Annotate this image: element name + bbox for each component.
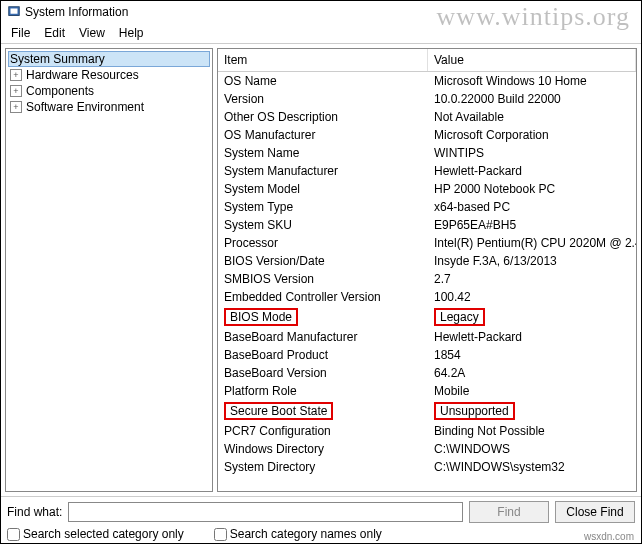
tree-system-summary[interactable]: System Summary	[8, 51, 210, 67]
item-cell: PCR7 Configuration	[224, 424, 331, 438]
menu-help[interactable]: Help	[113, 25, 150, 41]
value-cell: Insyde F.3A, 6/13/2013	[434, 254, 557, 268]
find-bar: Find what: Find Close Find Search select…	[1, 496, 641, 543]
table-row[interactable]: SMBIOS Version2.7	[218, 270, 636, 288]
item-cell: Other OS Description	[224, 110, 338, 124]
expand-icon[interactable]: +	[10, 85, 22, 97]
value-cell: Hewlett-Packard	[434, 330, 522, 344]
value-cell: 64.2A	[434, 366, 465, 380]
tree-software-environment[interactable]: + Software Environment	[8, 99, 210, 115]
menu-file[interactable]: File	[5, 25, 36, 41]
check-search-selected[interactable]: Search selected category only	[7, 527, 184, 541]
value-cell: x64-based PC	[434, 200, 510, 214]
table-row[interactable]: BIOS Version/DateInsyde F.3A, 6/13/2013	[218, 252, 636, 270]
window-title: System Information	[25, 5, 128, 19]
tree-label: Software Environment	[26, 100, 144, 114]
find-input[interactable]	[68, 502, 463, 522]
close-find-button[interactable]: Close Find	[555, 501, 635, 523]
svg-rect-1	[11, 9, 18, 14]
value-cell: Unsupported	[434, 402, 515, 420]
value-cell: Legacy	[434, 308, 485, 326]
system-information-window: System Information www.wintips.org File …	[0, 0, 642, 544]
column-headers: Item Value	[218, 49, 636, 72]
checkbox-selected-category[interactable]	[7, 528, 20, 541]
value-cell: 100.42	[434, 290, 471, 304]
content-area: System Summary + Hardware Resources + Co…	[1, 43, 641, 496]
item-cell: SMBIOS Version	[224, 272, 314, 286]
item-cell: BaseBoard Product	[224, 348, 328, 362]
value-cell: 10.0.22000 Build 22000	[434, 92, 561, 106]
menu-edit[interactable]: Edit	[38, 25, 71, 41]
item-cell: System SKU	[224, 218, 292, 232]
value-cell: WINTIPS	[434, 146, 484, 160]
value-cell: C:\WINDOWS	[434, 442, 510, 456]
table-row[interactable]: BaseBoard ManufacturerHewlett-Packard	[218, 328, 636, 346]
table-row[interactable]: Secure Boot StateUnsupported	[218, 400, 636, 422]
value-cell: E9P65EA#BH5	[434, 218, 516, 232]
table-row[interactable]: PCR7 ConfigurationBinding Not Possible	[218, 422, 636, 440]
table-row[interactable]: System ModelHP 2000 Notebook PC	[218, 180, 636, 198]
value-cell: 2.7	[434, 272, 451, 286]
item-cell: BIOS Version/Date	[224, 254, 325, 268]
table-row[interactable]: Embedded Controller Version100.42	[218, 288, 636, 306]
item-cell: Processor	[224, 236, 278, 250]
table-row[interactable]: Version10.0.22000 Build 22000	[218, 90, 636, 108]
table-row[interactable]: BIOS ModeLegacy	[218, 306, 636, 328]
value-cell: Not Available	[434, 110, 504, 124]
value-cell: Intel(R) Pentium(R) CPU 2020M @ 2.40GHz,…	[434, 236, 636, 250]
details-panel: Item Value OS NameMicrosoft Windows 10 H…	[217, 48, 637, 492]
menu-view[interactable]: View	[73, 25, 111, 41]
table-row[interactable]: Platform RoleMobile	[218, 382, 636, 400]
item-cell: System Type	[224, 200, 293, 214]
tree-components[interactable]: + Components	[8, 83, 210, 99]
table-row[interactable]: System DirectoryC:\WINDOWS\system32	[218, 458, 636, 476]
tree-label: System Summary	[10, 52, 105, 66]
details-list[interactable]: OS NameMicrosoft Windows 10 HomeVersion1…	[218, 72, 636, 491]
value-cell: 1854	[434, 348, 461, 362]
table-row[interactable]: OS ManufacturerMicrosoft Corporation	[218, 126, 636, 144]
table-row[interactable]: System Typex64-based PC	[218, 198, 636, 216]
table-row[interactable]: BaseBoard Product1854	[218, 346, 636, 364]
value-cell: Binding Not Possible	[434, 424, 545, 438]
item-cell: OS Name	[224, 74, 277, 88]
table-row[interactable]: Windows DirectoryC:\WINDOWS	[218, 440, 636, 458]
menubar: File Edit View Help	[1, 23, 641, 43]
tree-label: Hardware Resources	[26, 68, 139, 82]
item-cell: Secure Boot State	[224, 402, 333, 420]
app-icon	[7, 5, 21, 19]
value-cell: C:\WINDOWS\system32	[434, 460, 565, 474]
value-cell: Microsoft Corporation	[434, 128, 549, 142]
table-row[interactable]: BaseBoard Version64.2A	[218, 364, 636, 382]
expand-icon[interactable]: +	[10, 101, 22, 113]
check-search-names[interactable]: Search category names only	[214, 527, 382, 541]
checkbox-category-names[interactable]	[214, 528, 227, 541]
table-row[interactable]: Other OS DescriptionNot Available	[218, 108, 636, 126]
item-cell: Windows Directory	[224, 442, 324, 456]
tree-hardware-resources[interactable]: + Hardware Resources	[8, 67, 210, 83]
find-button[interactable]: Find	[469, 501, 549, 523]
category-tree[interactable]: System Summary + Hardware Resources + Co…	[5, 48, 213, 492]
item-cell: Embedded Controller Version	[224, 290, 381, 304]
item-cell: System Manufacturer	[224, 164, 338, 178]
column-item-header[interactable]: Item	[218, 49, 428, 71]
find-label: Find what:	[7, 505, 62, 519]
item-cell: BIOS Mode	[224, 308, 298, 326]
table-row[interactable]: OS NameMicrosoft Windows 10 Home	[218, 72, 636, 90]
item-cell: OS Manufacturer	[224, 128, 315, 142]
item-cell: Version	[224, 92, 264, 106]
table-row[interactable]: System NameWINTIPS	[218, 144, 636, 162]
titlebar: System Information	[1, 1, 641, 23]
item-cell: System Model	[224, 182, 300, 196]
value-cell: HP 2000 Notebook PC	[434, 182, 555, 196]
value-cell: Microsoft Windows 10 Home	[434, 74, 587, 88]
item-cell: System Name	[224, 146, 299, 160]
column-value-header[interactable]: Value	[428, 49, 636, 71]
expand-icon[interactable]: +	[10, 69, 22, 81]
table-row[interactable]: System SKUE9P65EA#BH5	[218, 216, 636, 234]
table-row[interactable]: ProcessorIntel(R) Pentium(R) CPU 2020M @…	[218, 234, 636, 252]
item-cell: BaseBoard Manufacturer	[224, 330, 357, 344]
table-row[interactable]: System ManufacturerHewlett-Packard	[218, 162, 636, 180]
item-cell: Platform Role	[224, 384, 297, 398]
item-cell: BaseBoard Version	[224, 366, 327, 380]
value-cell: Mobile	[434, 384, 469, 398]
